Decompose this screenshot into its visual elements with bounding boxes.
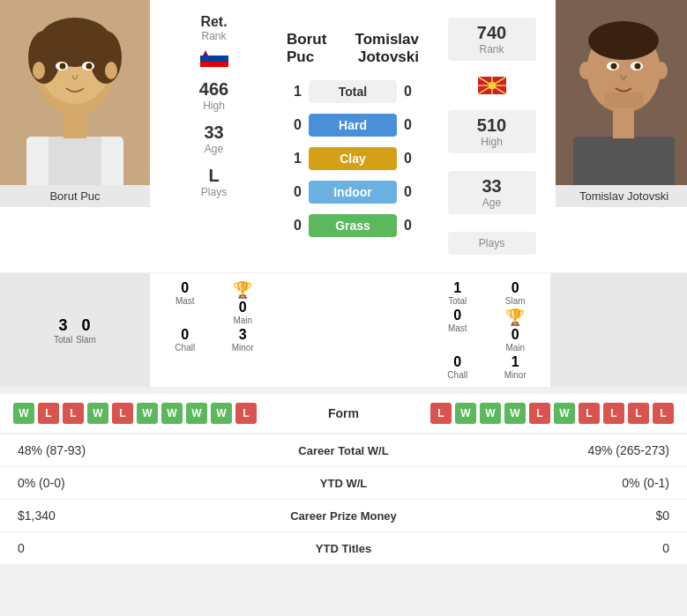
player-stat-bars: 3 Total 0 Slam 0 Mast 🏆 0 Main 0 Chall [0,272,687,387]
player1-stats: Ret. Rank 466 High 3 [150,0,278,272]
svg-rect-13 [49,137,101,185]
main-container: Borut Puc Ret. Rank [0,0,687,564]
p1-minor-val: 3 [217,327,270,343]
player2-extra-stats: 1 Total 0 Slam 0 Mast 🏆 0 Main 0 Chall 1 [422,273,550,387]
p1-mast-lbl: Mast [159,296,212,306]
svg-rect-14 [63,108,86,138]
career-wl-row: 48% (87-93) Career Total W/L 49% (265-27… [0,434,687,467]
player2-plays-label: Plays [466,237,519,249]
player1-high-block: 466 High [199,79,228,112]
p1-titles: 0 [18,541,256,555]
p2-career-wl: 49% (265-273) [432,443,670,457]
form-badge-w: W [480,403,501,424]
surface-grass-row: 0 Grass 0 [287,214,419,237]
p2-trophy-main: 🏆 0 Main [489,308,542,353]
player2-age-box: 33 Age [448,171,536,214]
p1-mast-val: 0 [159,280,212,296]
ytd-wl-label: YTD W/L [256,477,432,490]
center-spacer [278,273,422,387]
player2-age-block: 33 Age [448,167,536,218]
form-badge-w: W [161,403,183,424]
surface-clay-badge: Clay [309,147,397,170]
p1-prize: $1,340 [18,508,256,523]
titles-row: 0 YTD Titles 0 [0,532,687,564]
player2-rank-block: 740 Rank [448,14,536,64]
p1-mast-block: 0 Mast [159,280,212,325]
career-wl-label: Career Total W/L [256,444,432,457]
p1-main-lbl: Main [233,315,252,325]
surface-total-row: 1 Total 0 [287,80,419,103]
form-badge-l: L [38,403,59,424]
p2-total-score: 0 [397,84,419,100]
surface-clay-row: 1 Clay 0 [287,147,419,170]
prize-row: $1,340 Career Prize Money $0 [0,500,687,532]
ytd-wl-row: 0% (0-0) YTD W/L 0% (0-1) [0,467,687,500]
surface-total-badge: Total [309,80,397,103]
player1-rank-label: Rank [200,30,227,42]
p1-slam-lbl: Slam [76,335,96,345]
player1-age-label: Age [204,143,223,155]
player2-age-value: 33 [466,176,519,197]
player2-high-label: High [466,136,519,148]
svg-point-34 [655,62,668,79]
form-badge-l: L [112,403,133,424]
form-badge-l: L [603,403,624,424]
form-badge-l: L [430,403,452,424]
player2-high-box: 510 High [448,110,536,153]
p2-chall-val: 0 [431,354,484,370]
p1-chall-lbl: Chall [159,343,212,353]
form-badge-l: L [579,403,600,424]
player2-rank-label: Rank [466,43,519,56]
player2-mini-stats [550,273,687,387]
player1-form-badges: WLLWLWWWWL [13,403,291,424]
player1-age-value: 33 [204,122,223,143]
p2-total-block: 1 Total [431,280,484,306]
svg-point-10 [33,62,45,79]
form-badge-w: W [87,403,108,424]
player2-name-top: Tomislav Jotovski [334,31,419,66]
p2-chall-block: 0 Chall [431,354,484,380]
player1-name-below: Borut Puc [0,185,150,207]
form-badge-w: W [186,403,207,424]
player1-plays-label: Plays [201,186,227,198]
player2-plays-block: Plays [448,228,536,258]
player1-photo [0,0,150,185]
p2-indoor-score: 0 [397,184,419,200]
surface-grass-badge: Grass [309,214,397,237]
surface-section: Borut Puc Tomislav Jotovski 1 Total 0 0 … [278,0,428,272]
svg-point-5 [90,31,122,84]
player2-trophy-icon: 🏆 [505,308,525,327]
p2-slam-val: 0 [489,280,542,296]
player1-rank-block: Ret. Rank [200,14,227,42]
p1-total-lbl: Total [54,335,72,345]
player2-flag [478,77,506,94]
p2-slam-lbl: Slam [489,296,542,306]
form-badge-l: L [529,403,550,424]
form-badge-w: W [137,403,158,424]
form-badge-w: W [504,403,526,424]
p1-minor-block: 3 Minor [217,327,270,353]
player1-plays-value: L [201,166,227,186]
form-badge-l: L [235,403,257,424]
svg-point-32 [635,63,641,70]
p1-slam-block: 0 Slam [76,316,96,345]
svg-rect-36 [573,137,675,185]
svg-point-11 [105,62,117,79]
player1-rank-ret: Ret. [200,14,227,30]
form-badge-l: L [628,403,649,424]
player1-photo-col: Borut Puc [0,0,150,272]
p1-hard-score: 0 [287,117,309,133]
p2-main-lbl: Main [505,343,525,353]
form-section: WLLWLWWWWL Form LWWWLWLLLL [0,394,687,433]
p2-mast-val: 0 [431,308,484,323]
p1-clay-score: 1 [287,151,309,167]
p1-chall-val: 0 [159,327,212,343]
surface-hard-row: 0 Hard 0 [287,114,419,137]
form-badge-w: W [13,403,34,424]
player2-high-value: 510 [466,115,519,136]
svg-point-33 [579,62,592,79]
svg-point-31 [611,63,617,70]
form-badge-w: W [455,403,476,424]
svg-point-28 [588,21,659,60]
p1-total-score: 1 [287,84,309,100]
